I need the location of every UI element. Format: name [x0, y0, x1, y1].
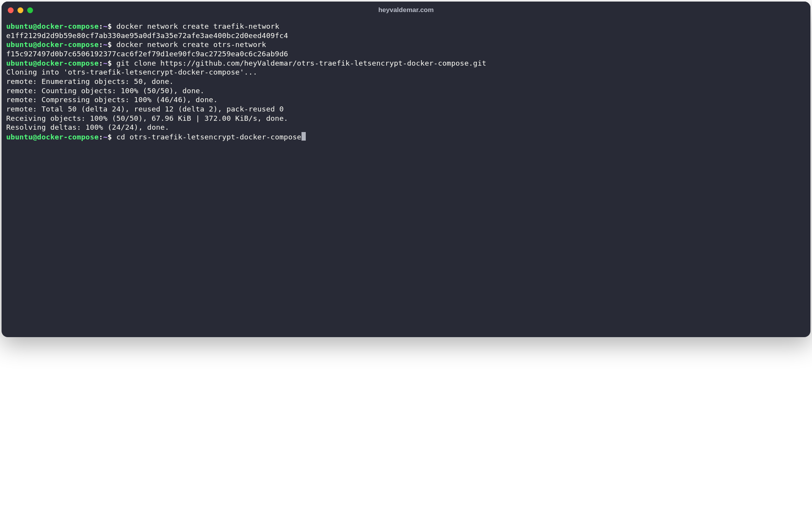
- output-line: Resolving deltas: 100% (24/24), done.: [6, 123, 806, 132]
- command-text: cd otrs-traefik-letsencrypt-docker-compo…: [112, 133, 301, 141]
- cursor-icon: [301, 132, 306, 141]
- prompt-user-host: ubuntu@docker-compose: [6, 40, 99, 49]
- output-line: f15c927497d0b7c6506192377cac6f2ef79d1ee9…: [6, 49, 806, 59]
- prompt-path: ~: [103, 40, 107, 49]
- traffic-lights: [8, 7, 33, 13]
- output-line: e1ff2129d2d9b59e80cf7ab330ae95a0df3a35e7…: [6, 31, 806, 40]
- terminal-window: heyvaldemar.com ubuntu@docker-compose:~$…: [2, 2, 810, 337]
- window-title: heyvaldemar.com: [378, 6, 434, 14]
- prompt-dollar: $: [108, 22, 112, 30]
- minimize-icon[interactable]: [17, 7, 23, 13]
- terminal-line: ubuntu@docker-compose:~$ git clone https…: [6, 59, 806, 68]
- prompt-colon: :: [99, 59, 103, 67]
- maximize-icon[interactable]: [27, 7, 33, 13]
- terminal-line: ubuntu@docker-compose:~$ docker network …: [6, 40, 806, 49]
- output-line: remote: Enumerating objects: 50, done.: [6, 77, 806, 86]
- output-line: Cloning into 'otrs-traefik-letsencrypt-d…: [6, 68, 806, 77]
- output-line: remote: Counting objects: 100% (50/50), …: [6, 86, 806, 96]
- command-text: docker network create traefik-network: [112, 22, 279, 30]
- prompt-path: ~: [103, 133, 107, 141]
- prompt-user-host: ubuntu@docker-compose: [6, 133, 99, 141]
- prompt-dollar: $: [108, 40, 112, 49]
- terminal-line: ubuntu@docker-compose:~$ docker network …: [6, 22, 806, 31]
- prompt-path: ~: [103, 59, 107, 67]
- output-line: remote: Compressing objects: 100% (46/46…: [6, 95, 806, 104]
- prompt-colon: :: [99, 22, 103, 30]
- command-text: git clone https://github.com/heyValdemar…: [112, 59, 486, 67]
- prompt-colon: :: [99, 133, 103, 141]
- terminal-content[interactable]: ubuntu@docker-compose:~$ docker network …: [2, 19, 810, 337]
- close-icon[interactable]: [8, 7, 14, 13]
- terminal-line: ubuntu@docker-compose:~$ cd otrs-traefik…: [6, 132, 806, 142]
- prompt-user-host: ubuntu@docker-compose: [6, 59, 99, 67]
- prompt-dollar: $: [108, 59, 112, 67]
- prompt-path: ~: [103, 22, 107, 30]
- prompt-colon: :: [99, 40, 103, 49]
- command-text: docker network create otrs-network: [112, 40, 266, 49]
- prompt-dollar: $: [108, 133, 112, 141]
- output-line: remote: Total 50 (delta 24), reused 12 (…: [6, 104, 806, 114]
- prompt-user-host: ubuntu@docker-compose: [6, 22, 99, 30]
- output-line: Receiving objects: 100% (50/50), 67.96 K…: [6, 114, 806, 123]
- title-bar: heyvaldemar.com: [2, 2, 810, 19]
